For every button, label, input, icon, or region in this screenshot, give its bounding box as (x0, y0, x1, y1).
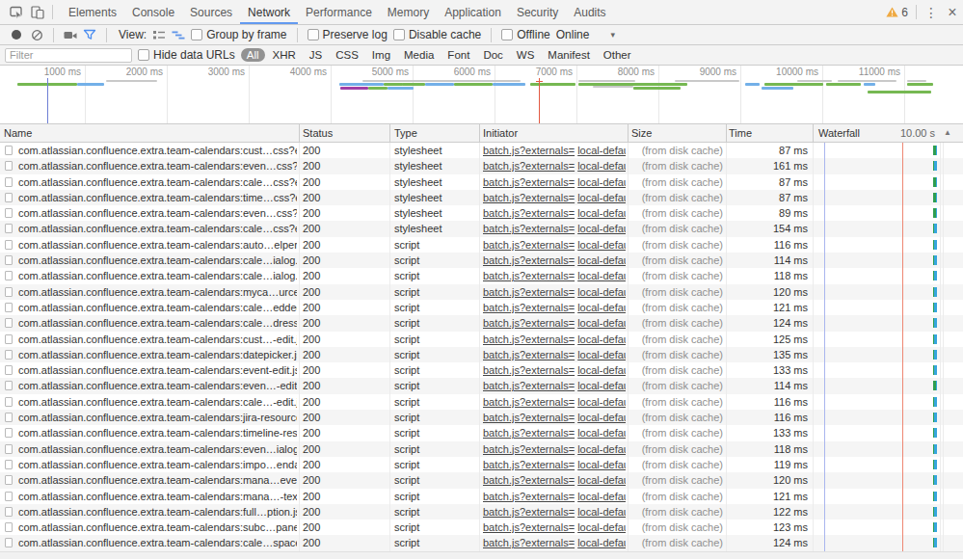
initiator-function-link[interactable]: local-defau… (577, 349, 626, 360)
initiator-function-link[interactable]: local-defau… (577, 380, 626, 391)
column-header-size[interactable]: Size (631, 127, 652, 139)
filter-pill-font[interactable]: Font (441, 48, 475, 62)
table-row[interactable]: com.atlassian.confluence.extra.team-cale… (0, 347, 963, 362)
initiator-link[interactable]: batch.js?externals= (483, 317, 575, 329)
disable-cache-checkbox[interactable]: Disable cache (393, 28, 481, 41)
tab-performance[interactable]: Performance (298, 0, 380, 24)
initiator-function-link[interactable]: local-defau… (577, 207, 626, 219)
table-row[interactable]: com.atlassian.confluence.extra.team-cale… (0, 268, 963, 283)
initiator-function-link[interactable]: local-defau… (577, 160, 626, 172)
table-row[interactable]: com.atlassian.confluence.extra.team-cale… (0, 394, 963, 410)
column-header-name[interactable]: Name (4, 127, 32, 139)
initiator-function-link[interactable]: local-defau… (577, 192, 626, 203)
initiator-function-link[interactable]: local-defau… (577, 333, 626, 345)
initiator-link[interactable]: batch.js?externals= (483, 302, 575, 313)
table-row[interactable]: com.atlassian.confluence.extra.team-cale… (0, 143, 963, 158)
initiator-link[interactable]: batch.js?externals= (483, 286, 575, 298)
table-row[interactable]: com.atlassian.confluence.extra.team-cale… (0, 535, 963, 550)
table-row[interactable]: com.atlassian.confluence.extra.team-cale… (0, 489, 963, 504)
filter-pill-css[interactable]: CSS (330, 48, 364, 62)
table-row[interactable]: com.atlassian.confluence.extra.team-cale… (0, 504, 963, 520)
filter-pill-ws[interactable]: WS (511, 48, 541, 62)
filter-pill-img[interactable]: Img (366, 48, 396, 62)
clear-icon[interactable] (31, 29, 43, 41)
sort-ascending-icon[interactable]: ▲ (944, 128, 951, 137)
initiator-link[interactable]: batch.js?externals= (483, 160, 575, 172)
table-row[interactable]: com.atlassian.confluence.extra.team-cale… (0, 253, 963, 268)
initiator-link[interactable]: batch.js?externals= (483, 396, 575, 408)
initiator-function-link[interactable]: local-defau… (577, 254, 626, 266)
filter-pill-other[interactable]: Other (598, 48, 637, 62)
filter-input[interactable] (5, 48, 132, 63)
timeline-overview[interactable]: 1000 ms2000 ms3000 ms4000 ms5000 ms6000 … (0, 66, 963, 124)
initiator-function-link[interactable]: local-defau… (577, 270, 626, 281)
record-icon[interactable] (12, 30, 21, 40)
table-row[interactable]: com.atlassian.confluence.extra.team-cale… (0, 300, 963, 315)
tab-console[interactable]: Console (124, 0, 182, 24)
initiator-function-link[interactable]: local-defau… (577, 223, 626, 234)
initiator-link[interactable]: batch.js?externals= (483, 145, 575, 156)
table-row[interactable]: com.atlassian.confluence.extra.team-cale… (0, 315, 963, 331)
initiator-function-link[interactable]: local-defau… (577, 412, 626, 423)
initiator-link[interactable]: batch.js?externals= (483, 333, 575, 345)
throttling-select[interactable]: Online ▾ (556, 28, 615, 41)
device-toolbar-icon[interactable] (27, 2, 48, 23)
initiator-link[interactable]: batch.js?externals= (483, 223, 575, 234)
column-header-initiator[interactable]: Initiator (483, 127, 518, 139)
console-warning-badge[interactable]: 6 (886, 6, 908, 19)
filter-pill-doc[interactable]: Doc (477, 48, 508, 62)
initiator-function-link[interactable]: local-defau… (577, 286, 626, 298)
initiator-link[interactable]: batch.js?externals= (483, 443, 575, 455)
table-row[interactable]: com.atlassian.confluence.extra.team-cale… (0, 158, 963, 173)
table-row[interactable]: com.atlassian.confluence.extra.team-cale… (0, 425, 963, 440)
initiator-function-link[interactable]: local-defau… (577, 317, 626, 329)
filter-pill-xhr[interactable]: XHR (267, 48, 302, 62)
table-row[interactable]: com.atlassian.confluence.extra.team-cale… (0, 362, 963, 378)
initiator-function-link[interactable]: local-defau… (577, 459, 626, 470)
initiator-function-link[interactable]: local-defau… (577, 537, 626, 548)
initiator-link[interactable]: batch.js?externals= (483, 270, 575, 281)
use-large-rows-icon[interactable] (152, 30, 166, 40)
inspect-element-icon[interactable] (6, 2, 27, 23)
column-header-status[interactable]: Status (303, 127, 333, 139)
tab-sources[interactable]: Sources (182, 0, 240, 24)
capture-screenshots-icon[interactable] (64, 30, 77, 40)
table-row[interactable]: com.atlassian.confluence.extra.team-cale… (0, 457, 963, 472)
table-row[interactable]: com.atlassian.confluence.extra.team-cale… (0, 378, 963, 393)
initiator-function-link[interactable]: local-defau… (577, 302, 626, 313)
tab-application[interactable]: Application (437, 0, 509, 24)
tab-elements[interactable]: Elements (61, 0, 124, 24)
initiator-link[interactable]: batch.js?externals= (483, 506, 575, 518)
table-row[interactable]: com.atlassian.confluence.extra.team-cale… (0, 472, 963, 488)
tab-memory[interactable]: Memory (380, 0, 437, 24)
initiator-link[interactable]: batch.js?externals= (483, 176, 575, 188)
table-row[interactable]: com.atlassian.confluence.extra.team-cale… (0, 332, 963, 347)
initiator-function-link[interactable]: local-defau… (577, 506, 626, 518)
filter-pill-all[interactable]: All (241, 48, 265, 62)
initiator-link[interactable]: batch.js?externals= (483, 459, 575, 470)
initiator-function-link[interactable]: local-defau… (577, 521, 626, 533)
initiator-link[interactable]: batch.js?externals= (483, 491, 575, 502)
initiator-link[interactable]: batch.js?externals= (483, 380, 575, 391)
initiator-function-link[interactable]: local-defau… (577, 176, 626, 188)
more-options-icon[interactable]: ⋮ (921, 2, 942, 23)
tab-security[interactable]: Security (509, 0, 566, 24)
tab-audits[interactable]: Audits (566, 0, 613, 24)
initiator-link[interactable]: batch.js?externals= (483, 207, 575, 219)
initiator-link[interactable]: batch.js?externals= (483, 239, 575, 251)
table-row[interactable]: com.atlassian.confluence.extra.team-cale… (0, 190, 963, 205)
group-by-frame-checkbox[interactable]: Group by frame (191, 28, 286, 41)
initiator-link[interactable]: batch.js?externals= (483, 474, 575, 486)
table-row[interactable]: com.atlassian.confluence.extra.team-cale… (0, 174, 963, 190)
initiator-link[interactable]: batch.js?externals= (483, 521, 575, 533)
initiator-function-link[interactable]: local-defau… (577, 396, 626, 408)
hide-data-urls-checkbox[interactable]: Hide data URLs (138, 48, 235, 62)
initiator-function-link[interactable]: local-defau… (577, 474, 626, 486)
initiator-function-link[interactable]: local-defau… (577, 491, 626, 502)
table-row[interactable]: com.atlassian.confluence.extra.team-cale… (0, 284, 963, 300)
initiator-link[interactable]: batch.js?externals= (483, 254, 575, 266)
initiator-function-link[interactable]: local-defau… (577, 443, 626, 455)
table-row[interactable]: com.atlassian.confluence.extra.team-cale… (0, 441, 963, 457)
initiator-function-link[interactable]: local-defau… (577, 427, 626, 439)
table-row[interactable]: com.atlassian.confluence.extra.team-cale… (0, 205, 963, 221)
